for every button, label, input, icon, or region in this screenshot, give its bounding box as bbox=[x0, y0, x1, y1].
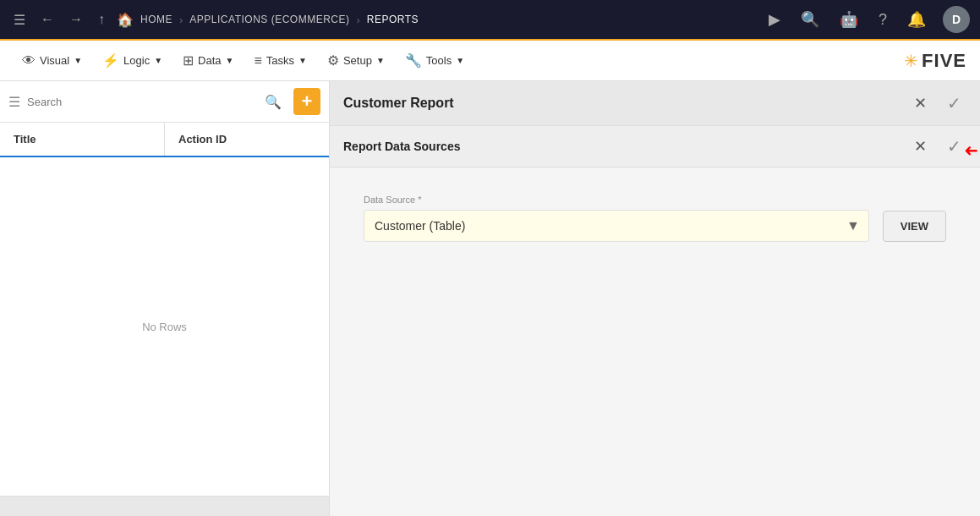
toolbar-logic[interactable]: ⚡ Logic ▼ bbox=[94, 47, 171, 74]
top-navigation: ☰ ← → ↑ 🏠 HOME › APPLICATIONS (ECOMMERCE… bbox=[0, 0, 980, 41]
toolbar-setup-label: Setup bbox=[343, 54, 372, 67]
home-icon: 🏠 bbox=[117, 12, 134, 28]
tasks-icon: ≡ bbox=[254, 53, 261, 69]
filter-icon[interactable]: ☰ bbox=[8, 94, 20, 110]
logo-text: FIVE bbox=[922, 50, 966, 72]
table-header: Title Action ID bbox=[0, 123, 329, 157]
toolbar-data-label: Data bbox=[198, 54, 221, 67]
bell-icon[interactable]: 🔔 bbox=[904, 7, 929, 32]
toolbar-tools[interactable]: 🔧 Tools ▼ bbox=[397, 47, 473, 74]
help-icon[interactable]: ? bbox=[875, 8, 890, 32]
robot-icon[interactable]: 🤖 bbox=[836, 7, 862, 32]
column-action-id: Action ID bbox=[165, 123, 329, 156]
up-icon[interactable]: ↑ bbox=[95, 8, 108, 30]
tasks-arrow-icon: ▼ bbox=[298, 56, 307, 65]
breadcrumb-applications[interactable]: APPLICATIONS (ECOMMERCE) bbox=[189, 14, 349, 25]
search-input[interactable] bbox=[27, 96, 253, 108]
view-button[interactable]: VIEW bbox=[883, 211, 946, 242]
toolbar-logic-label: Logic bbox=[123, 54, 150, 67]
form-content: Data Source * Customer (Table) ▼ VIEW bbox=[330, 167, 980, 269]
tools-icon: 🔧 bbox=[405, 52, 422, 69]
main-layout: ☰ 🔍 + Title Action ID No Rows Customer R… bbox=[0, 81, 980, 516]
breadcrumb-sep-2: › bbox=[356, 14, 359, 26]
add-button[interactable]: + bbox=[293, 88, 320, 115]
data-source-label: Data Source * bbox=[364, 195, 869, 205]
breadcrumb: 🏠 HOME › APPLICATIONS (ECOMMERCE) › REPO… bbox=[117, 12, 419, 28]
right-panel: Customer Report ✕ ✓ Report Data Sources … bbox=[330, 81, 980, 516]
toolbar-tasks[interactable]: ≡ Tasks ▼ bbox=[245, 48, 315, 74]
report-data-sources-panel: Report Data Sources ✕ ✓ ➜ bbox=[330, 126, 980, 167]
customer-report-title: Customer Report bbox=[343, 96, 454, 111]
customer-report-actions: ✕ ✓ bbox=[909, 91, 966, 115]
nav-left: ☰ ← → ↑ 🏠 HOME › APPLICATIONS (ECOMMERCE… bbox=[10, 8, 758, 31]
customer-report-check-button[interactable]: ✓ bbox=[942, 91, 966, 115]
logic-icon: ⚡ bbox=[102, 52, 119, 69]
logo: ✳ FIVE bbox=[904, 50, 966, 72]
search-nav-icon[interactable]: 🔍 bbox=[797, 7, 823, 32]
check-button-wrapper: ✓ ➜ bbox=[942, 134, 966, 158]
forward-icon[interactable]: → bbox=[66, 8, 86, 30]
search-button[interactable]: 🔍 bbox=[260, 92, 287, 112]
report-data-sources-actions: ✕ ✓ ➜ bbox=[909, 134, 966, 158]
back-icon[interactable]: ← bbox=[37, 8, 57, 30]
nav-right: ▶ 🔍 🤖 ? 🔔 D bbox=[765, 6, 970, 33]
visual-icon: 👁 bbox=[22, 53, 36, 69]
play-icon[interactable]: ▶ bbox=[765, 7, 784, 32]
table-body: No Rows bbox=[0, 157, 329, 496]
logic-arrow-icon: ▼ bbox=[154, 56, 162, 65]
customer-report-close-button[interactable]: ✕ bbox=[909, 92, 932, 114]
empty-message: No Rows bbox=[142, 321, 187, 333]
menu-icon[interactable]: ☰ bbox=[10, 8, 29, 31]
report-data-sources-check-button[interactable]: ✓ bbox=[942, 134, 966, 158]
visual-arrow-icon: ▼ bbox=[74, 56, 82, 65]
logo-icon: ✳ bbox=[904, 51, 918, 71]
toolbar-tasks-label: Tasks bbox=[266, 54, 294, 67]
report-data-sources-close-button[interactable]: ✕ bbox=[909, 135, 932, 157]
column-title: Title bbox=[0, 123, 165, 156]
search-bar: ☰ 🔍 + bbox=[0, 81, 329, 123]
toolbar-data[interactable]: ⊞ Data ▼ bbox=[174, 47, 242, 74]
toolbar-setup[interactable]: ⚙ Setup ▼ bbox=[319, 47, 393, 74]
setup-arrow-icon: ▼ bbox=[376, 56, 385, 65]
tools-arrow-icon: ▼ bbox=[456, 56, 464, 65]
data-icon: ⊞ bbox=[183, 52, 194, 69]
report-data-sources-title: Report Data Sources bbox=[343, 140, 460, 153]
breadcrumb-reports[interactable]: REPORTS bbox=[367, 14, 419, 25]
left-panel: ☰ 🔍 + Title Action ID No Rows bbox=[0, 81, 330, 516]
toolbar-tools-label: Tools bbox=[426, 54, 452, 67]
avatar[interactable]: D bbox=[943, 6, 970, 33]
setup-icon: ⚙ bbox=[327, 52, 339, 69]
toolbar-visual[interactable]: 👁 Visual ▼ bbox=[14, 48, 90, 74]
left-panel-footer bbox=[0, 496, 329, 516]
data-source-select-wrapper: Customer (Table) ▼ bbox=[364, 210, 869, 242]
toolbar: 👁 Visual ▼ ⚡ Logic ▼ ⊞ Data ▼ ≡ Tasks ▼ … bbox=[0, 41, 980, 81]
data-source-field-group: Data Source * Customer (Table) ▼ bbox=[364, 195, 869, 242]
customer-report-header: Customer Report ✕ ✓ bbox=[330, 81, 980, 126]
breadcrumb-sep-1: › bbox=[179, 14, 183, 26]
data-source-select[interactable]: Customer (Table) bbox=[364, 211, 868, 241]
breadcrumb-home[interactable]: HOME bbox=[140, 14, 172, 25]
toolbar-visual-label: Visual bbox=[40, 54, 69, 67]
data-arrow-icon: ▼ bbox=[226, 56, 234, 65]
